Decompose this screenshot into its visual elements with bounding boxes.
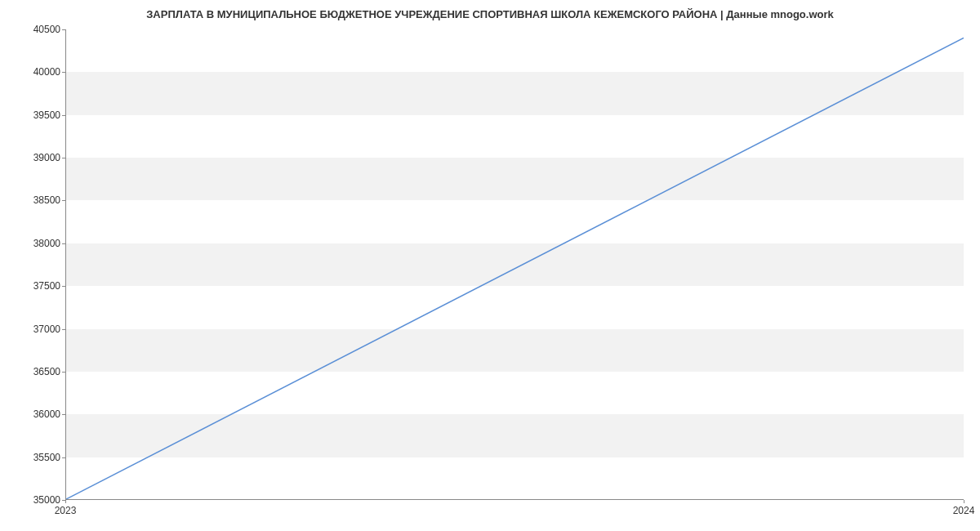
y-tick-label: 38000: [11, 238, 60, 249]
y-tick-label: 39000: [11, 152, 60, 163]
y-tick-mark: [62, 457, 65, 458]
x-tick-label: 2024: [953, 505, 975, 516]
grid-band: [66, 243, 964, 286]
y-tick-label: 35500: [11, 452, 60, 463]
x-tick-label: 2023: [55, 505, 77, 516]
y-tick-label: 39500: [11, 109, 60, 121]
y-tick-label: 40500: [11, 24, 60, 35]
y-tick-mark: [62, 72, 65, 73]
y-tick-label: 36000: [11, 408, 60, 420]
x-tick-mark: [964, 500, 964, 503]
grid-band: [66, 158, 964, 200]
x-tick-mark: [65, 500, 66, 503]
y-tick-mark: [62, 29, 65, 30]
grid-band: [66, 414, 964, 457]
y-tick-label: 38500: [11, 194, 60, 206]
y-tick-mark: [62, 200, 65, 201]
y-tick-mark: [62, 414, 65, 415]
y-tick-label: 37500: [11, 280, 60, 292]
y-tick-label: 35000: [11, 494, 60, 506]
grid-band: [66, 329, 964, 372]
y-tick-mark: [62, 372, 65, 373]
y-tick-mark: [62, 115, 65, 116]
y-tick-label: 37000: [11, 324, 60, 335]
chart-title: ЗАРПЛАТА В МУНИЦИПАЛЬНОЕ БЮДЖЕТНОЕ УЧРЕЖ…: [0, 8, 980, 20]
y-tick-mark: [62, 286, 65, 287]
y-tick-label: 40000: [11, 66, 60, 78]
y-tick-mark: [62, 329, 65, 330]
y-tick-label: 36500: [11, 366, 60, 377]
y-tick-mark: [62, 158, 65, 158]
y-tick-mark: [62, 243, 65, 244]
grid-band: [66, 72, 964, 114]
plot-area: [65, 29, 964, 500]
